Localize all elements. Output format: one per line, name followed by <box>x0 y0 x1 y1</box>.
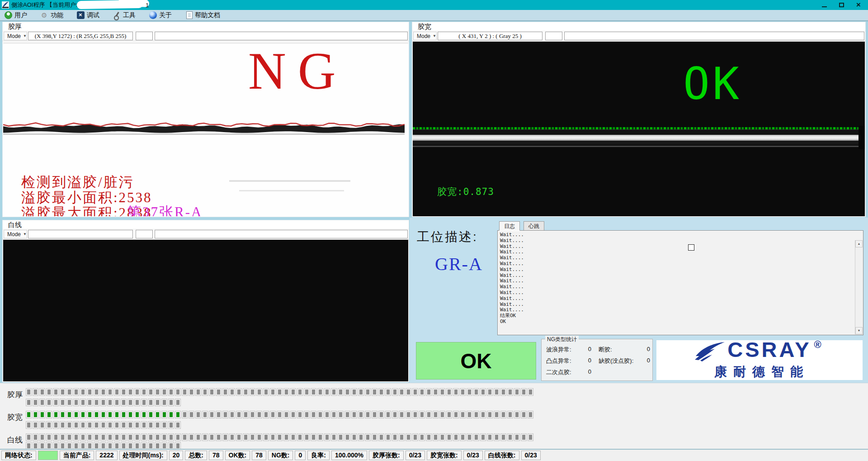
indicator-cell <box>378 411 384 418</box>
indicator-cell <box>94 421 99 429</box>
glue-width-image[interactable]: OK 胶宽:0.873 <box>413 42 865 216</box>
indicator-cell <box>66 399 72 406</box>
indicator-cell <box>175 433 181 441</box>
mode-dropdown[interactable]: Mode ▼ <box>4 32 27 40</box>
menu-item-0[interactable]: 用户 <box>5 11 27 19</box>
maximize-button[interactable] <box>833 0 850 10</box>
indicator-cell <box>412 388 418 396</box>
indicator-cell <box>297 411 303 418</box>
title-bar: 侧涂AOI程序 【当前用户: OEM】 编 1 × <box>0 0 868 10</box>
menu-item-5[interactable]: 帮助文档 <box>185 11 220 19</box>
indicator-cell <box>514 411 520 418</box>
ng-stat-label: 断胶: <box>599 346 612 354</box>
glue-thickness-image[interactable]: NG 检测到溢胶/脏污 溢胶最小面积:2538 溢胶最大面积:2838 第37张… <box>3 42 408 216</box>
indicator-cell <box>426 411 432 418</box>
status-label: 良率: <box>307 451 330 460</box>
indicator-cell <box>480 388 486 396</box>
indicator-cell <box>399 411 405 418</box>
indicator-cell <box>155 421 160 429</box>
ng-stat-value: 0 <box>647 357 650 365</box>
result-status-button[interactable]: OK <box>416 342 536 380</box>
menu-item-4[interactable]: 关于 <box>149 11 172 19</box>
brand-name: CSRAY <box>727 340 811 360</box>
ng-stat-row: 二次点胶:0 <box>546 368 591 376</box>
indicator-cell <box>317 411 323 418</box>
scroll-up-icon[interactable]: ▲ <box>855 240 863 247</box>
log-scrollbar[interactable]: ▲ ▼ <box>855 240 863 334</box>
indicator-cell <box>453 433 459 441</box>
status-label: 胶宽张数: <box>427 451 462 460</box>
indicator-cell <box>127 399 133 406</box>
indicator-cell <box>94 411 99 418</box>
indicator-row <box>26 433 534 441</box>
indicator-cell <box>338 411 344 418</box>
indicator-cell <box>87 421 93 429</box>
log-checkbox[interactable] <box>688 244 694 251</box>
indicator-cell <box>521 411 527 418</box>
indicator-cell <box>114 411 120 418</box>
indicator-cell <box>446 388 452 396</box>
indicator-cell <box>80 388 86 396</box>
toolbar-box-long <box>564 32 864 40</box>
indicator-cell <box>277 433 283 441</box>
menu-item-3[interactable]: 工具 <box>113 11 136 19</box>
minimize-button[interactable] <box>816 0 833 10</box>
indicator-cell <box>148 421 154 429</box>
indicator-cell <box>331 433 337 441</box>
indicator-cell <box>399 388 405 396</box>
indicator-cell <box>426 433 432 441</box>
indicator-cell <box>39 388 45 396</box>
indicator-cell <box>372 433 377 441</box>
indicator-cell <box>39 411 45 418</box>
mode-dropdown[interactable]: Mode ▼ <box>413 32 437 40</box>
indicator-cell <box>73 399 79 406</box>
indicator-cell <box>80 421 86 429</box>
indicator-cell <box>141 411 147 418</box>
indicator-cell <box>100 421 106 429</box>
indicator-cell <box>385 388 391 396</box>
indicator-cell <box>494 411 500 418</box>
indicator-cell <box>202 388 208 396</box>
indicator-cell <box>161 411 167 418</box>
indicator-cell <box>399 433 405 441</box>
panel-white-line: 白线 Mode ▼ <box>2 220 409 382</box>
ng-stats-title: NG类型统计 <box>545 336 579 343</box>
glue-band-dark <box>413 141 865 145</box>
tools-icon <box>113 11 121 19</box>
indicator-cell <box>53 421 59 429</box>
log-panel: 日志 心跳 Wait....Wait....Wait....Wait....Wa… <box>497 221 863 335</box>
indicator-cell <box>358 433 364 441</box>
chevron-down-icon: ▼ <box>23 34 27 38</box>
indicator-cell <box>80 433 86 441</box>
indicator-cell <box>256 388 262 396</box>
indicator-group-label: 胶厚 <box>7 390 23 400</box>
indicator-cell <box>256 411 262 418</box>
menu-item-2[interactable]: 调试 <box>77 11 99 19</box>
indicator-cell <box>53 388 59 396</box>
tab-log[interactable]: 日志 <box>499 221 520 231</box>
log-line: Wait.... <box>500 232 524 238</box>
indicator-cell <box>412 411 418 418</box>
panel-title-glue-width: 胶宽 <box>412 22 865 31</box>
indicator-cell <box>426 388 432 396</box>
close-button[interactable]: × <box>850 0 867 10</box>
user-icon <box>5 11 12 19</box>
status-value: 78 <box>209 451 223 460</box>
menu-item-1[interactable]: 功能 <box>41 11 63 19</box>
indicator-cell <box>141 421 147 429</box>
indicator-cell <box>39 399 45 406</box>
scroll-down-icon[interactable]: ▼ <box>855 327 863 334</box>
indicator-cell <box>114 421 120 429</box>
indicator-cell <box>33 433 38 441</box>
panel-glue-thickness: 胶厚 Mode ▼ (X 398,Y 1272) : (R 255,G 255,… <box>2 22 409 217</box>
indicator-cell <box>33 421 38 429</box>
glue-band-gray <box>413 146 865 147</box>
indicator-cell <box>202 411 208 418</box>
indicator-cell <box>270 433 276 441</box>
white-line-image[interactable] <box>3 240 408 381</box>
indicator-cell <box>406 433 411 441</box>
mode-dropdown[interactable]: Mode ▼ <box>4 230 27 238</box>
ng-stat-label: 波浪异常: <box>546 346 571 354</box>
indicator-cell <box>60 388 66 396</box>
tab-heartbeat[interactable]: 心跳 <box>524 221 544 231</box>
